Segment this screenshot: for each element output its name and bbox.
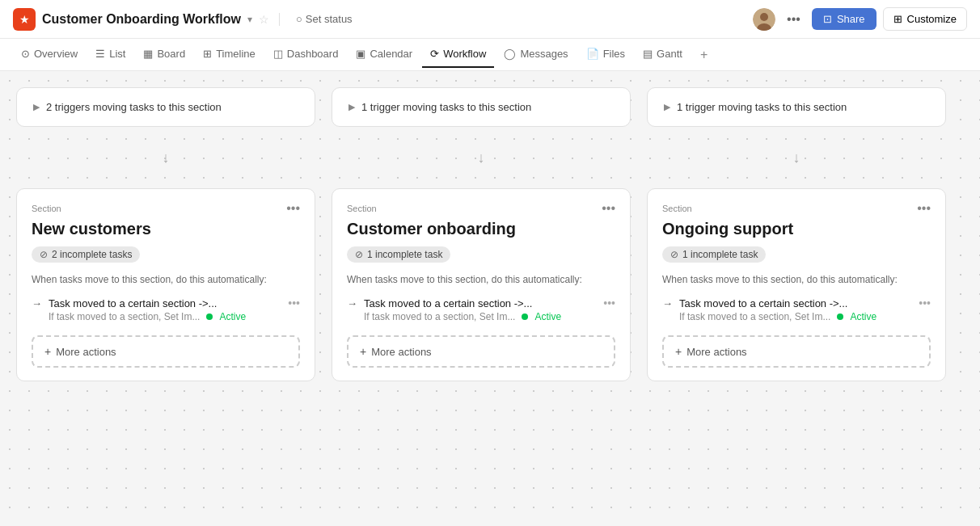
- share-button[interactable]: ⊡ Share: [812, 8, 877, 30]
- rule-title-row-0: Task moved to a certain section ->... ••…: [49, 297, 300, 309]
- timeline-icon: ⊞: [203, 48, 212, 60]
- rule-arrow-icon-0: →: [32, 297, 42, 309]
- trigger-expand-icon-2[interactable]: ▶: [664, 102, 670, 112]
- share-icon: ⊡: [823, 13, 832, 25]
- status-text-0: Active: [219, 311, 246, 322]
- customize-button[interactable]: ⊞ Customize: [883, 7, 967, 31]
- more-actions-button-0[interactable]: + More actions: [32, 335, 300, 368]
- tab-overview-label: Overview: [34, 48, 78, 60]
- rule-arrow-icon-1: →: [347, 297, 357, 309]
- topbar-right: ••• ⊡ Share ⊞ Customize: [753, 7, 967, 31]
- trigger-expand-icon-0[interactable]: ▶: [33, 102, 40, 112]
- more-actions-button-2[interactable]: + More actions: [662, 335, 931, 368]
- rule-more-button-1[interactable]: •••: [603, 297, 615, 309]
- badge-text-0: 2 incomplete tasks: [52, 249, 132, 260]
- rule-more-button-2[interactable]: •••: [919, 297, 931, 309]
- section-label-0: Section: [32, 204, 61, 213]
- trigger-text-1: 1 trigger moving tasks to this section: [361, 101, 531, 113]
- more-actions-label-2: More actions: [686, 346, 746, 358]
- tab-workflow-label: Workflow: [443, 48, 486, 60]
- section-header-0: Section •••: [32, 202, 300, 215]
- badge-text-1: 1 incomplete task: [367, 249, 442, 260]
- trigger-row: ▶ 2 triggers moving tasks to this sectio…: [16, 87, 964, 127]
- section-header-2: Section •••: [662, 202, 931, 215]
- section-label-1: Section: [347, 204, 377, 213]
- user-more-button[interactable]: •••: [782, 9, 805, 30]
- tab-dashboard[interactable]: ◫ Dashboard: [265, 41, 347, 68]
- tab-files-label: Files: [603, 48, 625, 60]
- trigger-card-1[interactable]: ▶ 1 trigger moving tasks to this section: [332, 87, 631, 127]
- rule-subtitle-1: If task moved to a section, Set Im...: [364, 311, 515, 322]
- plus-icon-1: +: [360, 345, 366, 358]
- check-circle-icon-1: ⊘: [355, 249, 363, 260]
- status-text-2: Active: [850, 311, 877, 322]
- more-actions-label-1: More actions: [371, 346, 431, 358]
- connector-0: ↓: [16, 146, 315, 169]
- section-badge-1: ⊘ 1 incomplete task: [347, 246, 450, 263]
- set-status-button[interactable]: ○ Set status: [289, 10, 359, 28]
- nav-tabs: ⊙ Overview ☰ List ▦ Board ⊞ Timeline ◫ D…: [0, 39, 980, 71]
- auto-label-1: When tasks move to this section, do this…: [347, 274, 615, 285]
- add-tab-button[interactable]: +: [695, 44, 712, 65]
- status-dot-0: [206, 313, 213, 320]
- status-dot-1: [522, 313, 528, 320]
- tab-files[interactable]: 📄 Files: [578, 41, 633, 68]
- plus-icon-0: +: [44, 345, 51, 358]
- workflow-canvas: ▶ 2 triggers moving tasks to this sectio…: [0, 71, 980, 526]
- rule-row-2: → Task moved to a certain section ->... …: [662, 292, 931, 327]
- tab-list[interactable]: ☰ List: [87, 41, 133, 68]
- trigger-text-0: 2 triggers moving tasks to this section: [46, 101, 222, 113]
- section-title-0: New customers: [32, 220, 300, 238]
- section-more-button-1[interactable]: •••: [602, 202, 615, 215]
- star-icon[interactable]: ☆: [259, 13, 269, 26]
- rule-more-button-0[interactable]: •••: [288, 297, 300, 309]
- more-actions-button-1[interactable]: + More actions: [347, 335, 615, 368]
- list-icon: ☰: [95, 48, 105, 60]
- overview-icon: ⊙: [21, 48, 30, 60]
- calendar-icon: ▣: [356, 48, 365, 60]
- chevron-down-icon[interactable]: ▾: [247, 14, 252, 25]
- customize-icon: ⊞: [893, 13, 902, 25]
- tab-overview[interactable]: ⊙ Overview: [13, 41, 86, 68]
- connector-2: ↓: [647, 146, 946, 169]
- check-circle-icon-2: ⊘: [670, 249, 678, 260]
- status-dot-2: [837, 313, 843, 320]
- tab-calendar[interactable]: ▣ Calendar: [348, 41, 420, 68]
- status-text-1: Active: [534, 311, 561, 322]
- section-more-button-0[interactable]: •••: [286, 202, 300, 215]
- rule-title-2[interactable]: Task moved to a certain section ->...: [679, 297, 847, 309]
- section-card-2: Section ••• Ongoing support ⊘ 1 incomple…: [647, 188, 946, 381]
- tab-workflow[interactable]: ⟳ Workflow: [422, 41, 494, 68]
- tab-list-label: List: [109, 48, 125, 60]
- rule-subtitle-row-0: If task moved to a section, Set Im... Ac…: [49, 311, 300, 322]
- section-title-1: Customer onboarding: [347, 220, 615, 238]
- tab-messages-label: Messages: [520, 48, 568, 60]
- rule-content-1: Task moved to a certain section ->... ••…: [364, 297, 615, 322]
- trigger-expand-icon-1[interactable]: ▶: [348, 102, 355, 112]
- check-circle-icon-0: ⊘: [40, 249, 48, 260]
- tab-messages[interactable]: ◯ Messages: [496, 41, 576, 68]
- section-row: Section ••• New customers ⊘ 2 incomplete…: [16, 188, 964, 381]
- app-icon: ★: [13, 8, 36, 31]
- tab-timeline[interactable]: ⊞ Timeline: [195, 41, 264, 68]
- svg-point-1: [760, 13, 768, 21]
- topbar: ★ Customer Onboarding Workflow ▾ ☆ ○ Set…: [0, 0, 980, 39]
- rule-title-0[interactable]: Task moved to a certain section ->...: [49, 297, 217, 309]
- badge-text-2: 1 incomplete task: [682, 249, 758, 260]
- tab-board-label: Board: [157, 48, 185, 60]
- avatar: [753, 8, 775, 31]
- section-badge-2: ⊘ 1 incomplete task: [662, 246, 766, 263]
- rule-subtitle-row-1: If task moved to a section, Set Im... Ac…: [364, 311, 615, 322]
- tab-gantt[interactable]: ▤ Gantt: [635, 41, 691, 68]
- messages-icon: ◯: [504, 48, 516, 60]
- rule-content-2: Task moved to a certain section ->... ••…: [679, 297, 931, 322]
- section-badge-0: ⊘ 2 incomplete tasks: [32, 246, 140, 263]
- trigger-card-2[interactable]: ▶ 1 trigger moving tasks to this section: [647, 87, 946, 127]
- tab-board[interactable]: ▦ Board: [135, 41, 193, 68]
- rule-title-1[interactable]: Task moved to a certain section ->...: [364, 297, 532, 309]
- section-more-button-2[interactable]: •••: [917, 202, 931, 215]
- columns-wrapper: ▶ 2 triggers moving tasks to this sectio…: [16, 87, 964, 381]
- trigger-card-0[interactable]: ▶ 2 triggers moving tasks to this sectio…: [16, 87, 315, 127]
- files-icon: 📄: [586, 48, 599, 60]
- auto-label-2: When tasks move to this section, do this…: [662, 274, 931, 285]
